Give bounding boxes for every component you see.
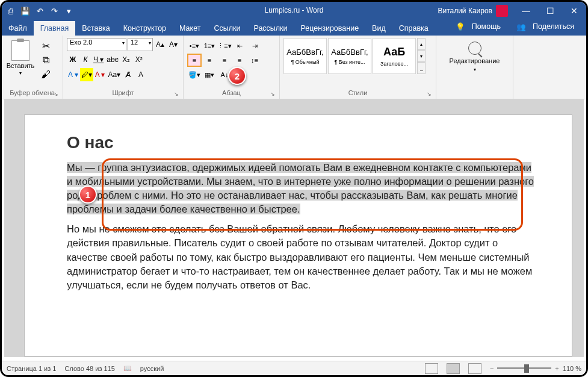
- share-button[interactable]: 👥 Поделиться: [512, 17, 584, 36]
- line-spacing-button[interactable]: ↕≡: [247, 54, 262, 67]
- group-editing: Редактирование ▾: [436, 36, 513, 99]
- strike-button[interactable]: abc: [105, 53, 119, 66]
- search-icon: [468, 42, 481, 55]
- chevron-down-icon: ▾: [474, 67, 476, 72]
- align-right-button[interactable]: ≡: [217, 54, 232, 67]
- tab-review[interactable]: Рецензирование: [294, 21, 366, 36]
- grow-font-icon[interactable]: A▴: [154, 38, 166, 51]
- group-label: Шрифт: [67, 89, 179, 98]
- dialog-launcher-icon[interactable]: ↘: [270, 91, 277, 98]
- shrink-font-icon[interactable]: A▾: [167, 38, 179, 51]
- redo-icon[interactable]: ↷: [48, 5, 60, 17]
- qat-dropdown-icon[interactable]: ▾: [63, 5, 75, 17]
- chevron-down-icon: ▾: [19, 70, 22, 76]
- zoom-out-button[interactable]: −: [490, 365, 494, 372]
- style-no-spacing[interactable]: АаБбВвГг, ¶ Без инте...: [328, 38, 371, 74]
- ribbon: Вставить ▾ ✂ ⧉ 🖌 Буфер обмена ↘ Exo 2.0▾…: [2, 36, 586, 99]
- status-page[interactable]: Страница 1 из 1: [7, 365, 56, 372]
- group-font: Exo 2.0▾ 12▾ A▴ A▾ Ж К Ч ▾ abc X₂ X² A ▾…: [63, 36, 184, 99]
- zoom-slider[interactable]: [497, 367, 551, 369]
- tab-file[interactable]: Файл: [2, 21, 34, 36]
- tab-mailings[interactable]: Рассылки: [247, 21, 294, 36]
- dialog-launcher-icon[interactable]: ↘: [54, 91, 60, 98]
- subscript-button[interactable]: X₂: [120, 53, 132, 66]
- bold-button[interactable]: Ж: [67, 53, 79, 66]
- tell-me[interactable]: 💡 Помощь: [451, 17, 510, 36]
- styles-more-icon[interactable]: ⎯: [417, 62, 426, 74]
- ribbon-tabs: Файл Главная Вставка Конструктор Макет С…: [2, 20, 586, 36]
- multilevel-button[interactable]: ⋮≡▾: [217, 39, 232, 52]
- zoom-in-button[interactable]: +: [555, 365, 559, 372]
- tab-insert[interactable]: Вставка: [75, 21, 116, 36]
- align-left-button[interactable]: ≡: [187, 54, 202, 67]
- tab-design[interactable]: Конструктор: [117, 21, 173, 36]
- view-read-icon[interactable]: [425, 363, 438, 374]
- clipboard-icon: [11, 40, 29, 61]
- group-styles: АаБбВвГг, ¶ Обычный АаБбВвГг, ¶ Без инте…: [280, 36, 436, 99]
- paragraph[interactable]: Но мы не сможем это сделать без Вашей об…: [67, 222, 536, 291]
- group-paragraph: •≡▾ 1≡▾ ⋮≡▾ ⇤ ⇥ ≡ ≡ ≡ ≡ ↕≡ 🪣▾ ▦▾ A↓ ¶ Аб…: [184, 36, 280, 99]
- font-name-combo[interactable]: Exo 2.0▾: [67, 38, 126, 51]
- indent-button[interactable]: ⇥: [247, 39, 262, 52]
- status-language[interactable]: русский: [140, 365, 164, 372]
- group-label: Стили: [283, 89, 432, 98]
- styles-down-icon[interactable]: ▾: [417, 50, 426, 62]
- user-name: Виталий Каиров: [438, 7, 492, 15]
- align-center-button[interactable]: ≡: [202, 54, 217, 67]
- page[interactable]: О нас Мы — группа энтузиастов, одержимых…: [25, 115, 572, 356]
- status-words[interactable]: Слово 48 из 115: [64, 365, 114, 372]
- tab-help[interactable]: Справка: [392, 21, 435, 36]
- style-normal[interactable]: АаБбВвГг, ¶ Обычный: [283, 38, 327, 74]
- proofing-icon[interactable]: 📖: [123, 364, 132, 372]
- group-label: Буфер обмена: [5, 89, 59, 98]
- shading-button[interactable]: 🪣▾: [187, 68, 202, 81]
- tab-references[interactable]: Ссылки: [207, 21, 247, 36]
- tab-home[interactable]: Главная: [34, 21, 76, 36]
- text-effects-button[interactable]: A ▾: [67, 68, 79, 81]
- borders-button[interactable]: ▦▾: [202, 68, 217, 81]
- dialog-launcher-icon[interactable]: ↘: [427, 91, 433, 98]
- zoom-control: − + 110 %: [490, 365, 581, 372]
- cut-icon[interactable]: ✂: [38, 39, 54, 52]
- change-case-button[interactable]: Aa▾: [107, 68, 122, 81]
- numbering-button[interactable]: 1≡▾: [202, 39, 217, 52]
- autosave-icon[interactable]: ⎙: [5, 5, 17, 17]
- callout-badge-2: 2: [228, 67, 246, 85]
- tab-view[interactable]: Вид: [365, 21, 392, 36]
- document-area: О нас Мы — группа энтузиастов, одержимых…: [4, 99, 584, 357]
- view-print-icon[interactable]: [447, 363, 460, 374]
- heading: О нас: [67, 133, 536, 152]
- callout-badge-1: 1: [79, 185, 97, 204]
- styles-up-icon[interactable]: ▴: [417, 38, 426, 50]
- superscript-button[interactable]: X²: [133, 53, 145, 66]
- copy-icon[interactable]: ⧉: [38, 54, 54, 67]
- bullets-button[interactable]: •≡▾: [187, 39, 202, 52]
- highlight-button[interactable]: 🖊▾: [80, 68, 93, 81]
- tab-layout[interactable]: Макет: [173, 21, 207, 36]
- font-size-combo[interactable]: 12▾: [128, 38, 153, 51]
- outdent-button[interactable]: ⇤: [232, 39, 247, 52]
- char-border-button[interactable]: A: [135, 68, 147, 81]
- justify-button[interactable]: ≡: [232, 54, 247, 67]
- paragraph-selected[interactable]: Мы — группа энтузиастов, одержимых идеей…: [67, 161, 536, 216]
- avatar: [496, 5, 508, 17]
- format-painter-icon[interactable]: 🖌: [38, 68, 54, 81]
- underline-button[interactable]: Ч ▾: [92, 53, 105, 66]
- user-account[interactable]: Виталий Каиров: [438, 5, 508, 17]
- view-web-icon[interactable]: [468, 363, 481, 374]
- italic-button[interactable]: К: [79, 53, 91, 66]
- window-title: Lumpics.ru - Word: [265, 6, 324, 14]
- paste-button[interactable]: Вставить ▾: [5, 38, 36, 81]
- save-icon[interactable]: 💾: [19, 5, 31, 17]
- group-label: Абзац: [187, 89, 276, 98]
- undo-icon[interactable]: ↶: [34, 5, 46, 17]
- editing-button[interactable]: Редактирование ▾: [440, 38, 509, 72]
- zoom-level[interactable]: 110 %: [563, 365, 581, 372]
- status-bar: Страница 1 из 1 Слово 48 из 115 📖 русски…: [2, 361, 586, 375]
- dialog-launcher-icon[interactable]: ↘: [174, 91, 181, 98]
- style-heading1[interactable]: АаБ Заголово...: [373, 38, 416, 74]
- group-clipboard: Вставить ▾ ✂ ⧉ 🖌 Буфер обмена ↘: [2, 36, 63, 99]
- font-color-button[interactable]: A ▾: [94, 68, 107, 81]
- clear-format-button[interactable]: A̸: [122, 68, 134, 81]
